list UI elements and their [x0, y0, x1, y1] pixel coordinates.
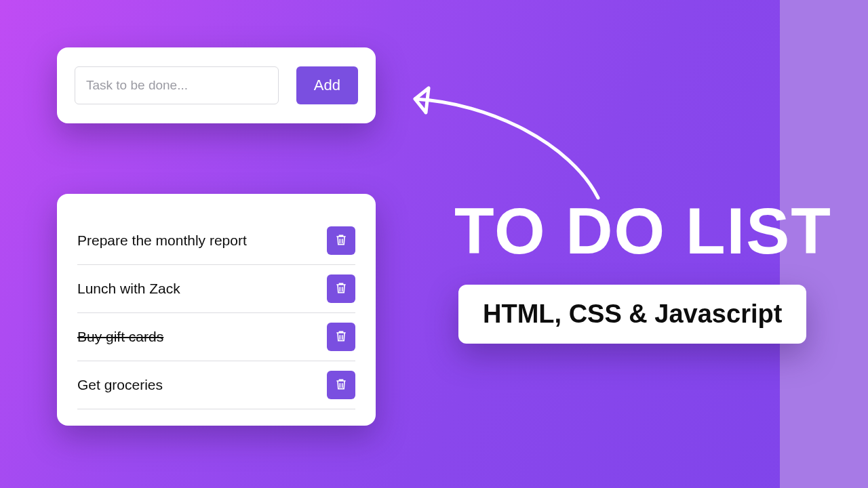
delete-button[interactable]	[327, 371, 355, 399]
task-input-card: Add	[57, 47, 376, 123]
todo-list-card: Prepare the monthly report Lunch with Za…	[57, 194, 376, 426]
trash-icon	[334, 232, 348, 249]
add-button[interactable]: Add	[296, 66, 358, 104]
delete-button[interactable]	[327, 323, 355, 351]
todo-text[interactable]: Prepare the monthly report	[77, 232, 247, 249]
todo-row: Lunch with Zack	[77, 265, 355, 313]
page-title: TO DO LIST	[454, 194, 832, 268]
task-input[interactable]	[75, 66, 279, 104]
delete-button[interactable]	[327, 226, 355, 255]
todo-row: Buy gift cards	[77, 313, 355, 361]
trash-icon	[334, 329, 348, 346]
trash-icon	[334, 281, 348, 298]
todo-row: Get groceries	[77, 361, 355, 409]
todo-text[interactable]: Buy gift cards	[77, 329, 163, 345]
todo-text[interactable]: Lunch with Zack	[77, 281, 180, 297]
delete-button[interactable]	[327, 274, 355, 303]
todo-text[interactable]: Get groceries	[77, 377, 163, 393]
subtitle-text: HTML, CSS & Javascript	[483, 300, 782, 329]
trash-icon	[334, 377, 348, 394]
subtitle-pill: HTML, CSS & Javascript	[458, 285, 806, 344]
arrow-annotation	[395, 83, 612, 205]
todo-row: Prepare the monthly report	[77, 217, 355, 265]
